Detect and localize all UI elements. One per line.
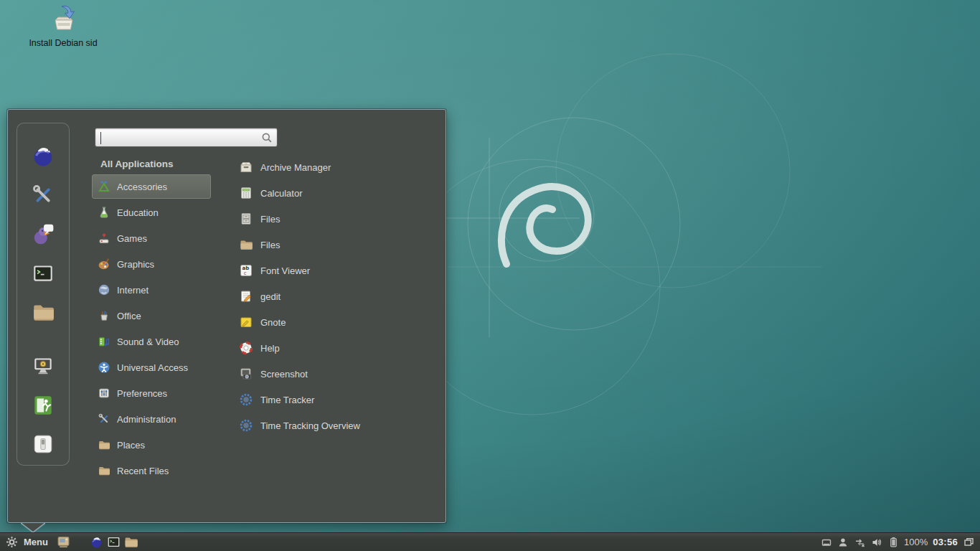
window-list-button[interactable] — [963, 533, 975, 551]
launcher-firefox-browser[interactable] — [88, 533, 105, 551]
gedit-icon — [239, 289, 253, 303]
favorite-lock-screen-button[interactable] — [29, 352, 57, 380]
app-gnote[interactable]: Gnote — [232, 309, 448, 335]
app-screenshot[interactable]: Screenshot — [232, 361, 448, 387]
app-label: Time Tracking Overview — [260, 420, 360, 431]
app-help[interactable]: Help — [232, 335, 448, 361]
battery-percent-label: 100% — [904, 537, 928, 547]
menu-button-label: Menu — [24, 537, 48, 547]
app-label: gedit — [260, 291, 281, 302]
category-label: Recent Files — [117, 466, 169, 476]
shut-down-icon — [31, 432, 55, 456]
category-administration[interactable]: Administration — [92, 407, 211, 431]
category-universal-access[interactable]: Universal Access — [92, 355, 211, 380]
tray-window-button[interactable] — [821, 533, 832, 551]
app-files-folder[interactable]: Files — [232, 232, 448, 258]
category-accessories[interactable]: Accessories — [92, 174, 211, 199]
accessories-icon — [98, 180, 110, 193]
pidgin-messenger-icon — [31, 222, 55, 246]
terminal-icon — [31, 261, 55, 286]
volume-button[interactable] — [871, 533, 883, 551]
app-calculator[interactable]: Calculator — [232, 180, 448, 206]
launcher-terminal[interactable] — [105, 533, 123, 551]
gear-icon — [6, 536, 18, 548]
app-time-tracking-overview[interactable]: Time Tracking Overview — [232, 413, 448, 438]
app-label: Gnote — [260, 317, 286, 328]
menu-pointer — [21, 523, 45, 533]
category-places[interactable]: Places — [92, 433, 211, 457]
app-time-tracker[interactable]: Time Tracker — [232, 387, 448, 413]
favorite-file-manager-button[interactable] — [29, 298, 57, 326]
favorite-system-tools-button[interactable] — [29, 181, 57, 209]
help-lifebuoy-icon — [239, 341, 253, 355]
menu-button[interactable]: Menu — [0, 533, 55, 551]
battery-button[interactable] — [888, 533, 899, 551]
file-manager-icon — [31, 300, 55, 324]
category-label: Games — [117, 233, 147, 244]
app-label: Screenshot — [260, 369, 308, 380]
desktop-icon-install-debian-sid[interactable]: Install Debian sid — [19, 4, 108, 48]
category-games[interactable]: Games — [92, 226, 211, 250]
clock-label[interactable]: 03:56 — [933, 537, 958, 547]
administration-icon — [98, 413, 110, 425]
favorite-log-out-button[interactable] — [29, 391, 57, 420]
gnote-icon — [239, 315, 253, 329]
log-out-icon — [31, 393, 55, 418]
svg-text:c: c — [244, 270, 247, 276]
category-label: Graphics — [117, 259, 154, 270]
terminal-icon — [106, 534, 121, 550]
favorite-pidgin-messenger-button[interactable] — [29, 220, 57, 248]
category-education[interactable]: Education — [92, 200, 211, 225]
favorite-shut-down-button[interactable] — [29, 430, 57, 458]
universal-access-icon — [98, 361, 110, 374]
category-label: Administration — [117, 414, 176, 425]
category-graphics[interactable]: Graphics — [92, 252, 211, 276]
text-caret — [100, 132, 101, 144]
show-desktop-button[interactable] — [55, 533, 72, 551]
category-label: Preferences — [117, 388, 167, 399]
system-tools-icon — [31, 183, 55, 207]
category-sound-video[interactable]: Sound & Video — [92, 329, 211, 354]
magnifier-icon — [261, 132, 273, 143]
all-applications-label: All Applications — [100, 159, 174, 169]
user-accounts-button[interactable] — [837, 533, 849, 551]
category-list: Accessories Education Games — [92, 174, 211, 484]
user-icon — [837, 537, 849, 548]
category-label: Sound & Video — [117, 336, 179, 347]
time-tracking-overview-icon — [239, 418, 253, 433]
favorite-firefox-browser-button[interactable] — [29, 141, 57, 170]
app-label: Files — [260, 240, 280, 250]
installer-icon — [47, 4, 80, 34]
desktop-icon-label: Install Debian sid — [19, 38, 108, 48]
app-label: Archive Manager — [260, 162, 331, 173]
search-input[interactable] — [100, 130, 254, 145]
launcher-file-manager[interactable] — [123, 533, 140, 551]
education-icon — [98, 206, 110, 219]
category-preferences[interactable]: Preferences — [92, 381, 211, 405]
category-recent-files[interactable]: Recent Files — [92, 458, 211, 483]
favorites-panel — [17, 123, 70, 466]
games-icon — [98, 232, 110, 245]
category-label: Internet — [117, 285, 149, 296]
battery-icon — [888, 536, 899, 548]
network-icon — [854, 537, 866, 548]
file-manager-icon — [123, 534, 138, 550]
app-font-viewer[interactable]: ab c Font Viewer — [232, 258, 448, 283]
archive-manager-icon — [239, 160, 253, 174]
recent-files-folder-icon — [98, 464, 110, 477]
app-archive-manager[interactable]: Archive Manager — [232, 154, 448, 180]
taskbar: Menu — [0, 532, 980, 551]
app-gedit[interactable]: gedit — [232, 283, 448, 309]
category-internet[interactable]: Internet — [92, 278, 211, 302]
app-label: Calculator — [260, 188, 303, 199]
network-button[interactable] — [854, 533, 866, 551]
file-cabinet-icon — [239, 212, 253, 226]
app-files-cabinet[interactable]: Files — [232, 206, 448, 232]
font-viewer-icon: ab c — [239, 263, 253, 278]
firefox-browser-icon — [31, 143, 55, 168]
app-label: Help — [260, 343, 280, 354]
category-label: Office — [117, 311, 141, 321]
favorite-terminal-button[interactable] — [29, 259, 57, 288]
category-label: Education — [117, 207, 159, 218]
category-office[interactable]: Office — [92, 303, 211, 328]
